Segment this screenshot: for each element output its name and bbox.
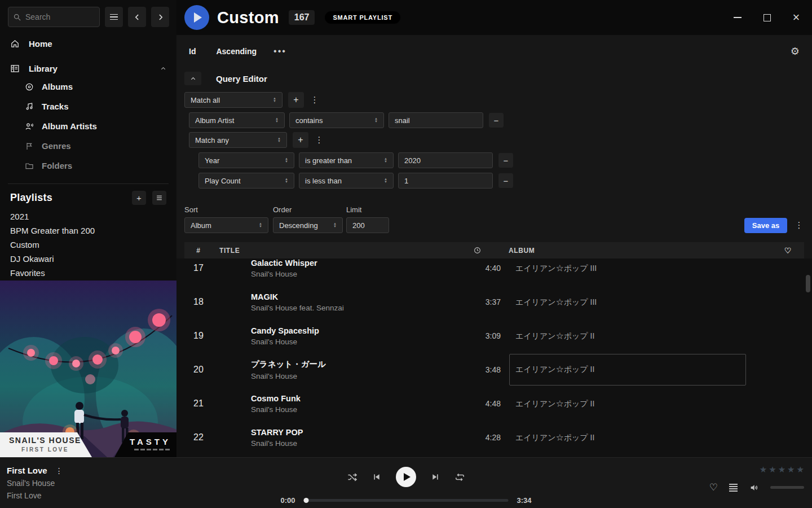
match-select[interactable]: Match any▲▼ <box>189 132 287 148</box>
track-duration: 4:48 <box>467 399 501 408</box>
sidebar-item-home[interactable]: Home <box>0 35 176 52</box>
play-playlist-button[interactable] <box>184 5 209 30</box>
rule-field-select[interactable]: Play Count▲▼ <box>198 173 294 189</box>
track-row[interactable]: 21 Cosmo FunkSnail's House 4:48 エイリアン☆ポッ… <box>184 387 804 421</box>
back-button[interactable] <box>128 7 146 27</box>
track-row[interactable]: 18 MAGIKSnail's House feat. Sennzai 3:37… <box>184 285 804 319</box>
match-select[interactable]: Match all▲▼ <box>184 92 283 108</box>
queue-icon[interactable] <box>729 484 738 492</box>
column-album[interactable]: ALBUM <box>509 247 745 255</box>
track-list: 17 Galactic WhisperSnail's House 4:40 エイ… <box>176 259 812 458</box>
favorite-column-heart-icon[interactable]: ♡ <box>745 246 804 255</box>
maximize-button[interactable] <box>759 10 775 25</box>
elapsed-time: 0:00 <box>281 496 295 505</box>
search-input[interactable] <box>25 12 87 21</box>
rule-value-field[interactable] <box>398 152 493 168</box>
track-album[interactable]: エイリアン☆ポップ III <box>515 297 597 306</box>
column-title[interactable]: TITLE <box>213 247 460 255</box>
now-playing-artwork[interactable]: SNAIL'S HOUSE FIRST LOVE TASTY <box>0 281 176 457</box>
repeat-button[interactable] <box>454 472 465 483</box>
forward-button[interactable] <box>151 7 169 27</box>
rule-field-select[interactable]: Year▲▼ <box>198 152 294 168</box>
smart-playlist-badge: SMART PLAYLIST <box>325 11 400 24</box>
query-kebab-icon[interactable]: ⋮ <box>794 217 804 233</box>
track-album[interactable]: エイリアン☆ポップ II <box>515 433 594 442</box>
rule-value-field[interactable] <box>389 112 483 128</box>
rule-field-select[interactable]: Album Artist▲▼ <box>189 112 285 128</box>
playlist-item[interactable]: DJ Okawari <box>0 252 176 266</box>
star-icon[interactable]: ★ <box>760 465 767 475</box>
star-icon[interactable]: ★ <box>787 465 795 475</box>
order-select[interactable]: Descending▲▼ <box>273 217 343 233</box>
shuffle-icon <box>347 472 358 483</box>
playlist-item[interactable]: BPM Greater than 200 <box>0 224 176 238</box>
playlist-options-button[interactable] <box>152 191 166 205</box>
star-icon[interactable]: ★ <box>778 465 785 475</box>
remove-rule-button[interactable]: − <box>489 113 504 128</box>
sort-direction-button[interactable]: Ascending <box>216 47 257 56</box>
now-playing-title: First Love <box>7 466 47 475</box>
track-album[interactable]: エイリアン☆ポップ II <box>515 399 594 408</box>
play-pause-button[interactable] <box>396 467 416 487</box>
add-rule-button[interactable]: + <box>293 132 308 148</box>
select-arrows-icon: ▲▼ <box>384 178 387 183</box>
seek-slider[interactable] <box>304 499 509 502</box>
track-duration: 4:40 <box>467 264 501 273</box>
track-row[interactable]: 17 Galactic WhisperSnail's House 4:40 エイ… <box>184 259 804 285</box>
menu-button[interactable] <box>105 7 123 27</box>
track-row[interactable]: 19 Candy SpaceshipSnail's House 3:09 エイリ… <box>184 319 804 353</box>
sidebar-item-library[interactable]: Library <box>0 60 176 77</box>
volume-slider[interactable] <box>770 486 804 489</box>
remove-rule-button[interactable]: − <box>498 173 513 188</box>
playlists-title: Playlists <box>10 192 52 204</box>
scrollbar-thumb[interactable] <box>806 275 810 292</box>
playlist-item[interactable]: 2021 <box>0 209 176 224</box>
select-arrows-icon: ▲▼ <box>259 222 262 228</box>
star-icon[interactable]: ★ <box>797 465 804 475</box>
more-options-icon[interactable]: ••• <box>273 46 286 56</box>
group-kebab-icon[interactable]: ⋮ <box>314 132 324 148</box>
favorite-heart-icon[interactable]: ♡ <box>709 481 718 493</box>
track-row[interactable]: 22 STARRY POPSnail's House 4:28 エイリアン☆ポッ… <box>184 421 804 454</box>
sort-field-button[interactable]: Id <box>189 47 196 56</box>
gear-icon[interactable]: ⚙ <box>791 45 800 58</box>
close-button[interactable]: × <box>788 10 804 25</box>
sidebar-item-tracks[interactable]: Tracks <box>0 97 176 116</box>
add-playlist-button[interactable]: + <box>132 191 146 205</box>
next-button[interactable] <box>431 472 440 481</box>
remove-rule-button[interactable]: − <box>498 153 513 168</box>
minimize-icon <box>734 17 742 18</box>
query-editor-collapse-button[interactable] <box>184 72 201 85</box>
rule-operator-select[interactable]: contains▲▼ <box>289 112 384 128</box>
limit-field[interactable] <box>346 217 389 233</box>
chevron-up-icon[interactable] <box>160 65 166 72</box>
now-playing-kebab-icon[interactable]: ⋮ <box>55 466 63 475</box>
rule-operator-select[interactable]: is less than▲▼ <box>299 173 394 189</box>
track-album[interactable]: エイリアン☆ポップ II <box>515 331 594 340</box>
track-album[interactable]: エイリアン☆ポップ III <box>515 264 597 273</box>
seek-thumb[interactable] <box>304 498 309 503</box>
minimize-button[interactable] <box>730 10 745 25</box>
search-box[interactable] <box>8 7 100 27</box>
volume-icon[interactable] <box>749 483 759 492</box>
previous-button[interactable] <box>372 472 381 481</box>
rule-operator-select[interactable]: is greater than▲▼ <box>299 152 394 168</box>
sidebar-item-album-artists[interactable]: Album Artists <box>0 116 176 136</box>
album-cell-focused[interactable]: エイリアン☆ポップ II <box>509 354 746 386</box>
add-rule-button[interactable]: + <box>288 92 304 108</box>
playlist-item[interactable]: Custom <box>0 238 176 252</box>
shuffle-button[interactable] <box>347 472 358 483</box>
save-as-button[interactable]: Save as <box>744 218 787 233</box>
order-label: Order <box>273 205 346 214</box>
rule-value-field[interactable] <box>398 173 493 189</box>
group-kebab-icon[interactable]: ⋮ <box>310 92 320 108</box>
sort-select[interactable]: Album▲▼ <box>184 217 268 233</box>
sidebar-item-albums[interactable]: Albums <box>0 77 176 97</box>
sidebar-item-folders[interactable]: Folders <box>0 156 176 176</box>
sidebar-item-genres[interactable]: Genres <box>0 136 176 156</box>
column-index[interactable]: # <box>184 247 213 255</box>
star-icon[interactable]: ★ <box>769 465 776 475</box>
track-row[interactable]: 20 プラネット・ガールSnail's House 3:48 エイリアン☆ポップ… <box>184 353 804 387</box>
duration-column-clock-icon[interactable] <box>460 247 494 254</box>
playlist-item[interactable]: Favorites <box>0 266 176 280</box>
